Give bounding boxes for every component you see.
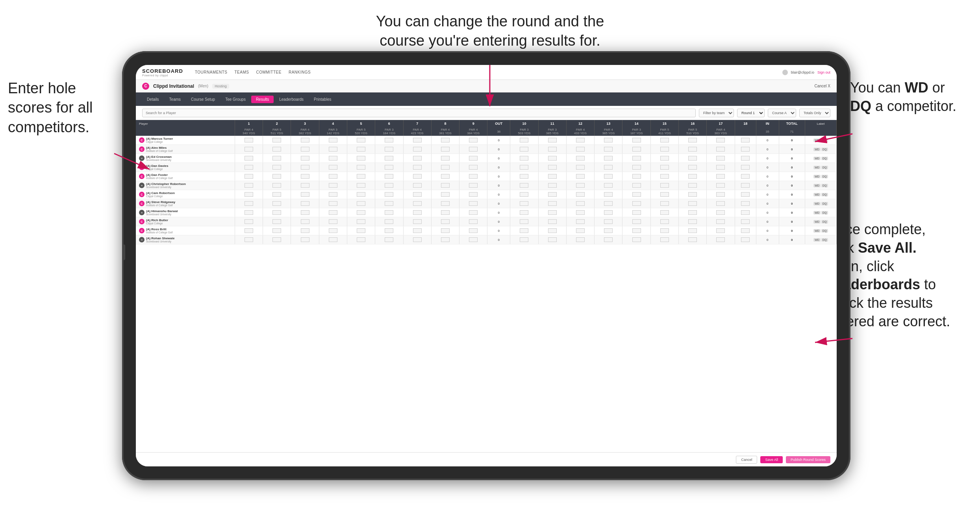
score-input-h14[interactable]: [632, 156, 641, 161]
score-input-h11[interactable]: [548, 147, 557, 152]
score-input-h1[interactable]: [245, 174, 253, 179]
tab-teams[interactable]: Teams: [165, 96, 185, 103]
score-input-h8[interactable]: [441, 192, 450, 197]
score-h17[interactable]: [707, 199, 735, 208]
wd-button[interactable]: WD: [813, 184, 821, 187]
score-h10[interactable]: [510, 154, 538, 163]
score-h5[interactable]: [347, 217, 375, 226]
score-input-h13[interactable]: [604, 219, 613, 224]
tab-results[interactable]: Results: [251, 96, 274, 103]
score-input-h3[interactable]: [301, 174, 309, 179]
score-input-h9[interactable]: [469, 183, 478, 188]
score-input-h16[interactable]: [688, 201, 697, 206]
score-input-h9[interactable]: [469, 201, 478, 206]
score-input-h11[interactable]: [548, 165, 557, 170]
dq-button[interactable]: DQ: [821, 175, 828, 178]
score-input-h2[interactable]: [272, 192, 281, 197]
score-h2[interactable]: [263, 136, 291, 145]
score-h17[interactable]: [707, 145, 735, 154]
score-input-h17[interactable]: [716, 147, 725, 152]
dq-button[interactable]: DQ: [821, 157, 828, 160]
score-h18[interactable]: [735, 136, 756, 145]
score-input-h7[interactable]: [413, 183, 422, 188]
score-input-h15[interactable]: [660, 210, 669, 215]
score-input-h16[interactable]: [688, 174, 697, 179]
score-input-h15[interactable]: [660, 219, 669, 224]
score-h15[interactable]: [650, 199, 678, 208]
score-input-h4[interactable]: [329, 237, 337, 242]
score-input-h15[interactable]: [660, 201, 669, 206]
score-h13[interactable]: [595, 226, 622, 235]
score-h1[interactable]: [235, 235, 263, 244]
score-input-h7[interactable]: [413, 192, 422, 197]
score-input-h4[interactable]: [329, 183, 337, 188]
score-input-h10[interactable]: [520, 210, 528, 215]
score-input-h7[interactable]: [413, 138, 422, 142]
score-h16[interactable]: [679, 181, 707, 190]
score-input-h13[interactable]: [604, 192, 613, 197]
score-input-h16[interactable]: [688, 165, 697, 170]
score-input-h5[interactable]: [357, 192, 365, 197]
score-h10[interactable]: [510, 217, 538, 226]
score-h7[interactable]: [403, 172, 431, 181]
score-input-h6[interactable]: [385, 201, 393, 206]
score-input-h7[interactable]: [413, 210, 422, 215]
score-input-h12[interactable]: [576, 192, 585, 197]
sign-out-link[interactable]: Sign out: [817, 70, 830, 74]
score-input-h13[interactable]: [604, 237, 613, 242]
score-h7[interactable]: [403, 199, 431, 208]
nav-tournaments[interactable]: TOURNAMENTS: [195, 69, 228, 75]
score-h12[interactable]: [566, 199, 594, 208]
score-h10[interactable]: [510, 235, 538, 244]
tab-course-setup[interactable]: Course Setup: [186, 96, 220, 103]
score-h1[interactable]: [235, 208, 263, 217]
score-h13[interactable]: [595, 145, 622, 154]
score-h10[interactable]: [510, 136, 538, 145]
score-input-h3[interactable]: [301, 219, 309, 224]
score-h4[interactable]: [319, 217, 347, 226]
score-h3[interactable]: [291, 208, 319, 217]
search-input[interactable]: [142, 109, 696, 117]
score-h7[interactable]: [403, 154, 431, 163]
score-h4[interactable]: [319, 154, 347, 163]
score-input-h6[interactable]: [385, 228, 393, 233]
score-h17[interactable]: [707, 226, 735, 235]
score-h4[interactable]: [319, 172, 347, 181]
score-h17[interactable]: [707, 235, 735, 244]
score-input-h2[interactable]: [272, 237, 281, 242]
wd-button[interactable]: WD: [813, 139, 821, 142]
score-h14[interactable]: [622, 235, 650, 244]
score-input-h9[interactable]: [469, 192, 478, 197]
score-h4[interactable]: [319, 235, 347, 244]
score-h6[interactable]: [375, 163, 403, 172]
save-all-button[interactable]: Save All: [760, 456, 783, 463]
score-h18[interactable]: [735, 190, 756, 199]
score-h14[interactable]: [622, 226, 650, 235]
score-input-h4[interactable]: [329, 192, 337, 197]
score-input-h5[interactable]: [357, 138, 365, 142]
score-input-h9[interactable]: [469, 138, 478, 142]
dq-button[interactable]: DQ: [821, 139, 828, 142]
score-h16[interactable]: [679, 145, 707, 154]
score-input-h6[interactable]: [385, 165, 393, 170]
score-h5[interactable]: [347, 181, 375, 190]
tab-printables[interactable]: Printables: [309, 96, 336, 103]
wd-button[interactable]: WD: [813, 220, 821, 224]
score-input-h18[interactable]: [741, 156, 750, 161]
score-input-h1[interactable]: [245, 210, 253, 215]
score-input-h3[interactable]: [301, 237, 309, 242]
score-h9[interactable]: [459, 145, 487, 154]
score-h5[interactable]: [347, 208, 375, 217]
score-input-h10[interactable]: [520, 219, 528, 224]
score-h17[interactable]: [707, 217, 735, 226]
score-input-h12[interactable]: [576, 165, 585, 170]
score-h9[interactable]: [459, 217, 487, 226]
score-input-h15[interactable]: [660, 192, 669, 197]
score-h11[interactable]: [538, 235, 566, 244]
score-input-h3[interactable]: [301, 138, 309, 142]
score-h2[interactable]: [263, 235, 291, 244]
score-h2[interactable]: [263, 217, 291, 226]
score-input-h9[interactable]: [469, 156, 478, 161]
score-h14[interactable]: [622, 208, 650, 217]
score-h17[interactable]: [707, 172, 735, 181]
